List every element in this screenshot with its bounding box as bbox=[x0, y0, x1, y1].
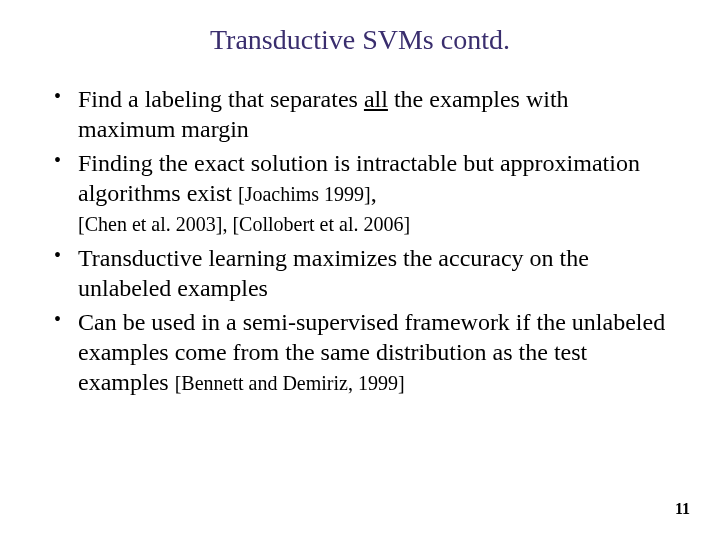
slide-title: Transductive SVMs contd. bbox=[50, 24, 670, 56]
page-number: 11 bbox=[675, 500, 690, 518]
bullet-item: Transductive learning maximizes the accu… bbox=[50, 243, 670, 303]
bullet-list: Find a labeling that separates all the e… bbox=[50, 84, 670, 208]
citation: [Joachims 1999] bbox=[238, 183, 371, 205]
citation-block: [Chen et al. 2003], [Collobert et al. 20… bbox=[50, 212, 670, 237]
slide: Transductive SVMs contd. Find a labeling… bbox=[0, 0, 720, 397]
bullet-item: Finding the exact solution is intractabl… bbox=[50, 148, 670, 208]
bullet-text: Find a labeling that separates bbox=[78, 86, 364, 112]
citation: [Bennett and Demiriz, 1999] bbox=[175, 372, 405, 394]
bullet-item: Can be used in a semi-supervised framewo… bbox=[50, 307, 670, 397]
bullet-text: , bbox=[371, 180, 377, 206]
bullet-item: Find a labeling that separates all the e… bbox=[50, 84, 670, 144]
bullet-text-underline: all bbox=[364, 86, 388, 112]
bullet-list: Transductive learning maximizes the accu… bbox=[50, 243, 670, 397]
bullet-text: Transductive learning maximizes the accu… bbox=[78, 245, 589, 301]
